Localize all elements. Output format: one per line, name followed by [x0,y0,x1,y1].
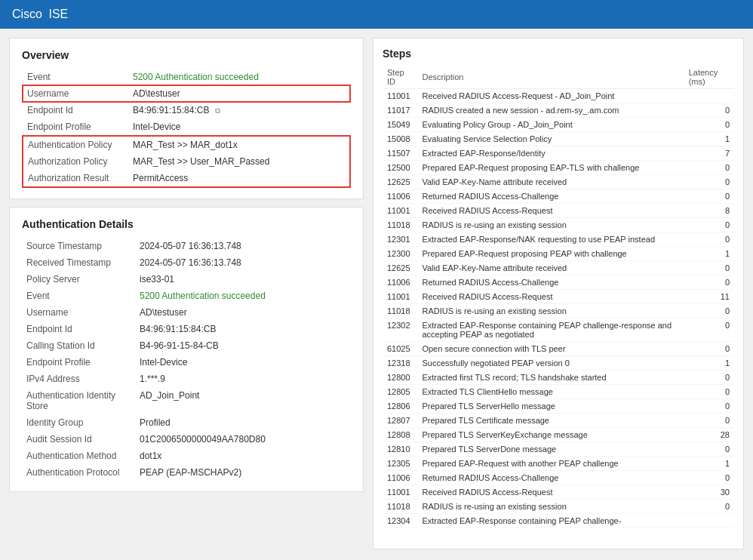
step-description: Extracted EAP-Response containing PEAP c… [417,514,684,528]
step-row: 11018RADIUS is re-using an existing sess… [383,304,734,318]
step-id: 12808 [383,428,417,442]
step-description: Received RADIUS Access-Request [417,204,684,218]
detail-row: Authentication Methoddot1x [22,448,351,464]
step-description: RADIUS is re-using an existing session [417,500,684,514]
detail-label: Event [22,288,135,304]
step-latency: 0 [684,399,734,414]
step-row: 12500Prepared EAP-Request proposing EAP-… [383,161,734,175]
detail-label: IPv4 Address [22,371,135,387]
detail-row: Authentication Identity StoreAD_Join_Poi… [22,387,351,414]
step-id: 11001 [383,485,417,500]
overview-value: B4:96:91:15:84:CB ⧉ [128,102,350,118]
step-latency: 0 [684,442,734,457]
step-id: 15049 [383,118,417,132]
overview-row: Endpoint IdB4:96:91:15:84:CB ⧉ [23,102,350,118]
step-description: Prepared TLS ServerKeyExchange message [417,428,684,442]
detail-row: IPv4 Address1.***.9 [22,371,351,387]
top-nav: Cisco ISE [0,0,753,29]
detail-value: Profiled [135,414,351,431]
step-description: Open secure connection with TLS peer [417,342,684,356]
detail-row: Calling Station IdB4-96-91-15-84-CB [22,337,351,354]
step-row: 11006Returned RADIUS Access-Challenge0 [383,471,734,485]
step-row: 12305Prepared EAP-Request with another P… [383,457,734,471]
detail-row: Identity GroupProfiled [22,414,351,431]
step-description: Returned RADIUS Access-Challenge [417,275,684,290]
detail-label: Audit Session Id [22,431,135,448]
steps-title: Steps [383,48,734,60]
step-description: Extracted EAP-Response/NAK requesting to… [417,232,684,247]
detail-label: Policy Server [22,271,135,288]
step-id: 12805 [383,385,417,399]
step-latency: 0 [684,218,734,232]
detail-label: Calling Station Id [22,337,135,354]
step-description: Extracted EAP-Response/Identity [417,146,684,161]
step-row: 12807Prepared TLS Certificate message0 [383,414,734,428]
step-id: 12806 [383,399,417,414]
auth-details-card: Authentication Details Source Timestamp2… [9,207,364,492]
detail-value: 2024-05-07 16:36:13.748 [135,254,351,271]
step-row: 12810Prepared TLS ServerDone message0 [383,442,734,457]
step-latency: 1 [684,457,734,471]
step-id: 12810 [383,442,417,457]
step-id: 11017 [383,103,417,118]
step-description: Evaluating Service Selection Policy [417,132,684,146]
step-latency: 0 [684,342,734,356]
step-row: 61025Open secure connection with TLS pee… [383,342,734,356]
copy-icon[interactable]: ⧉ [215,106,220,115]
step-description: Extracted TLS ClientHello message [417,385,684,399]
step-description: RADIUS is re-using an existing session [417,218,684,232]
detail-label: Endpoint Profile [22,354,135,371]
detail-value: Intel-Device [135,354,351,371]
step-description: Prepared EAP-Request with another PEAP c… [417,457,684,471]
step-row: 11006Returned RADIUS Access-Challenge0 [383,275,734,290]
overview-value: 5200 Authentication succeeded [128,69,350,85]
step-id: 12318 [383,356,417,371]
overview-title: Overview [22,49,351,61]
overview-row: Authorization ResultPermitAccess [23,170,350,187]
step-row: 12304Extracted EAP-Response containing P… [383,514,734,528]
step-description: Evaluating Policy Group - AD_Join_Point [417,118,684,132]
overview-value: MAR_Test >> User_MAR_Passed [128,153,350,170]
steps-panel: Steps Step IDDescriptionLatency (ms) 110… [373,38,744,549]
step-latency: 0 [684,232,734,247]
step-latency: 0 [684,175,734,189]
step-id: 11006 [383,471,417,485]
step-id: 61025 [383,342,417,356]
detail-row: Source Timestamp2024-05-07 16:36:13.748 [22,238,351,254]
step-id: 11018 [383,500,417,514]
step-row: 12302Extracted EAP-Response containing P… [383,318,734,342]
step-description: Received RADIUS Access-Request - AD_Join… [417,89,684,103]
detail-label: Authentication Identity Store [22,387,135,414]
overview-value: Intel-Device [128,118,350,136]
detail-label: Received Timestamp [22,254,135,271]
detail-row: Policy Serverise33-01 [22,271,351,288]
step-latency: 11 [684,290,734,304]
detail-row: Received Timestamp2024-05-07 16:36:13.74… [22,254,351,271]
overview-value: PermitAccess [128,170,350,187]
step-row: 12625Valid EAP-Key-Name attribute receiv… [383,175,734,189]
step-description: Returned RADIUS Access-Challenge [417,471,684,485]
step-row: 11001Received RADIUS Access-Request8 [383,204,734,218]
overview-label: Event [23,69,128,85]
step-id: 11001 [383,204,417,218]
step-latency [684,89,734,103]
steps-column-header: Step ID [383,66,417,89]
step-id: 11006 [383,275,417,290]
step-id: 12800 [383,371,417,385]
step-latency: 0 [684,414,734,428]
step-row: 11006Returned RADIUS Access-Challenge0 [383,189,734,204]
step-latency: 0 [684,318,734,342]
detail-value: dot1x [135,448,351,464]
brand-name: Cisco [12,8,42,20]
detail-value: 2024-05-07 16:36:13.748 [135,238,351,254]
step-row: 11018RADIUS is re-using an existing sess… [383,500,734,514]
overview-label: Authorization Result [23,170,128,187]
step-description: Prepared EAP-Request proposing EAP-TLS w… [417,161,684,175]
step-id: 12300 [383,247,417,261]
step-latency: 0 [684,161,734,175]
overview-value: MAR_Test >> MAR_dot1x [128,136,350,153]
detail-label: Identity Group [22,414,135,431]
step-id: 11018 [383,304,417,318]
detail-label: Username [22,304,135,321]
detail-value: ise33-01 [135,271,351,288]
